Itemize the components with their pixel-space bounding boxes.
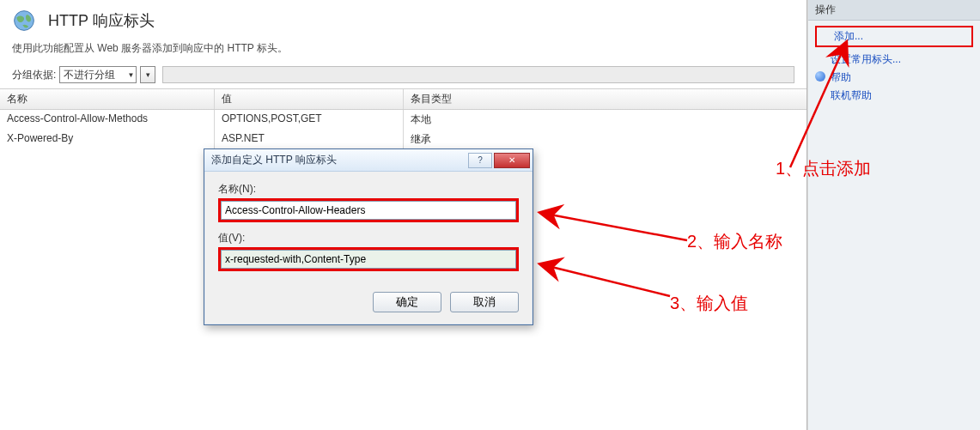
table-header-row: 名称 值 条目类型 [0, 88, 807, 110]
page-title: HTTP 响应标头 [48, 10, 155, 31]
cell-type: 本地 [404, 110, 807, 130]
cell-name: X-Powered-By [0, 130, 215, 149]
grouping-extra-button[interactable]: ▾ [140, 66, 155, 83]
page-description: 使用此功能配置从 Web 服务器添加到响应中的 HTTP 标头。 [0, 38, 807, 64]
name-field[interactable] [221, 201, 516, 220]
action-add[interactable]: 添加... [815, 26, 973, 47]
dialog-buttons: 确定 取消 [204, 283, 533, 324]
header: HTTP 响应标头 [0, 0, 807, 38]
cell-value: ASP.NET [215, 130, 404, 149]
chevron-down-icon: ▼ [127, 71, 134, 79]
toolbar-filler [162, 66, 794, 83]
dialog-help-button[interactable]: ? [468, 153, 492, 168]
cancel-button[interactable]: 取消 [450, 292, 519, 312]
action-online-help[interactable]: 联机帮助 [812, 87, 977, 105]
table-row[interactable]: Access-Control-Allow-Methods OPTIONS,POS… [0, 110, 807, 130]
dialog-titlebar[interactable]: 添加自定义 HTTP 响应标头 ? ✕ [204, 149, 533, 172]
grouping-label: 分组依据: [12, 68, 56, 82]
dialog-close-button[interactable]: ✕ [494, 153, 530, 168]
actions-title: 操作 [808, 0, 980, 21]
dialog-title: 添加自定义 HTTP 响应标头 [211, 153, 337, 167]
col-header-value[interactable]: 值 [215, 89, 404, 109]
action-set-common[interactable]: 设置常用标头... [812, 51, 977, 69]
col-header-name[interactable]: 名称 [0, 89, 215, 109]
cell-type: 继承 [404, 130, 807, 149]
ok-button[interactable]: 确定 [373, 292, 441, 312]
svg-point-0 [15, 11, 34, 31]
name-field-highlight [218, 198, 519, 222]
actions-pane: 操作 添加... 设置常用标头... 帮助 联机帮助 [807, 0, 980, 430]
value-field[interactable] [221, 250, 516, 269]
grouping-toolbar: 分组依据: 不进行分组 ▼ ▾ [0, 64, 807, 85]
close-icon: ✕ [508, 155, 515, 165]
help-icon: ? [478, 155, 483, 165]
cell-name: Access-Control-Allow-Methods [0, 110, 215, 130]
action-help[interactable]: 帮助 [812, 69, 977, 87]
col-header-type[interactable]: 条目类型 [404, 89, 807, 109]
grouping-value: 不进行分组 [64, 68, 115, 82]
grouping-dropdown[interactable]: 不进行分组 ▼ [59, 66, 137, 83]
table-row[interactable]: X-Powered-By ASP.NET 继承 [0, 130, 807, 149]
cell-value: OPTIONS,POST,GET [215, 110, 404, 130]
globe-icon [12, 9, 36, 33]
value-field-highlight [218, 247, 519, 271]
dialog-body: 名称(N): 值(V): [204, 172, 533, 283]
value-field-label: 值(V): [218, 231, 519, 245]
add-header-dialog: 添加自定义 HTTP 响应标头 ? ✕ 名称(N): 值(V): 确定 取消 [204, 148, 533, 325]
name-field-label: 名称(N): [218, 182, 519, 197]
actions-links: 添加... 设置常用标头... 帮助 联机帮助 [808, 21, 980, 110]
